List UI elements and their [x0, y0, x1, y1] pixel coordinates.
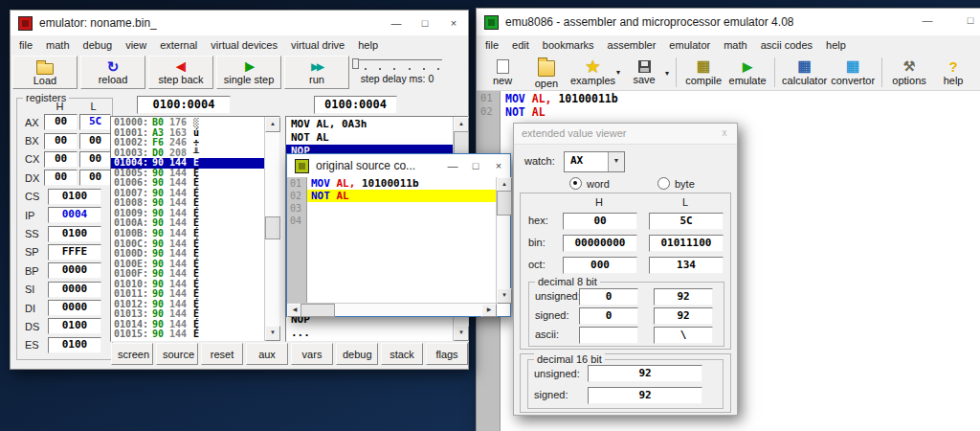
source-button[interactable]: source — [156, 343, 198, 365]
code-line[interactable]: MOV AL, 10100011b — [307, 177, 497, 190]
bin-l-field[interactable]: 01011100 — [649, 235, 724, 252]
register-ss-field[interactable]: 0100 — [48, 226, 101, 242]
register-bx-h-field[interactable]: 00 — [44, 133, 78, 149]
bin-h-field[interactable]: 00000000 — [563, 235, 637, 252]
register-es-field[interactable]: 0100 — [48, 337, 101, 353]
scrollbar-thumb[interactable] — [497, 191, 512, 216]
reload-button[interactable]: ↻reload — [80, 56, 145, 89]
stack-button[interactable]: stack — [381, 343, 423, 365]
menu-item-emulator[interactable]: emulator — [663, 36, 718, 54]
disasm-address-field[interactable]: 0100:0004 — [314, 96, 397, 114]
maximize-icon[interactable]: □ — [411, 11, 439, 35]
debug-button[interactable]: debug — [336, 343, 378, 365]
calculator-button[interactable]: ▦calculator — [782, 59, 827, 86]
scroll-right-icon[interactable]: ▶ — [481, 304, 497, 317]
screen-button[interactable]: screen — [111, 343, 153, 365]
signed8-h-field[interactable]: 0 — [579, 307, 638, 325]
hex-h-field[interactable]: 00 — [563, 213, 637, 230]
horizontal-scrollbar[interactable]: ◀ ▶ — [287, 303, 497, 316]
disassembly-row[interactable]: NOT AL — [286, 131, 454, 145]
register-bp-field[interactable]: 0000 — [48, 262, 101, 279]
code-line[interactable] — [307, 215, 497, 227]
flags-button[interactable]: flags — [426, 343, 468, 365]
radio-word[interactable]: word — [569, 177, 610, 190]
step-back-button[interactable]: ◀|step back — [148, 56, 213, 89]
scroll-down-icon[interactable]: ▼ — [454, 326, 469, 341]
menu-item-debug[interactable]: debug — [78, 36, 121, 54]
step-delay-slider[interactable]: step delay ms: 0 — [347, 56, 447, 87]
register-ax-h-field[interactable]: 00 — [44, 114, 78, 130]
menu-item-virtual-devices[interactable]: virtual devices — [205, 36, 285, 54]
register-ds-field[interactable]: 0100 — [48, 318, 101, 334]
options-button[interactable]: ⚒options — [889, 59, 929, 86]
reset-button[interactable]: reset — [201, 343, 243, 365]
code-line[interactable] — [307, 202, 497, 215]
minimize-icon[interactable]: — — [441, 154, 464, 177]
compile-button[interactable]: ▦compile — [683, 59, 724, 86]
memory-row[interactable]: 01000:B0176░ — [111, 118, 265, 128]
register-cs-field[interactable]: 0100 — [48, 189, 101, 205]
emulate-button[interactable]: ▶emulate — [727, 59, 768, 86]
hex-l-field[interactable]: 5C — [649, 213, 724, 230]
disassembly-row[interactable]: ... — [286, 327, 454, 340]
ascii-l-field[interactable]: \ — [654, 327, 713, 344]
single-step-button[interactable]: |▶single step — [216, 56, 281, 89]
menu-item-view[interactable]: view — [120, 36, 154, 54]
source-code-area[interactable]: MOV AL, 10100011bNOT AL — [307, 177, 497, 304]
scroll-up-icon[interactable]: ▲ — [454, 117, 469, 132]
convertor-button[interactable]: ▦convertor — [831, 59, 875, 86]
vertical-scrollbar[interactable]: ▲ ▼ — [496, 177, 510, 304]
register-cx-h-field[interactable]: 00 — [44, 151, 78, 168]
unsigned8-h-field[interactable]: 0 — [579, 288, 638, 306]
slider-thumb[interactable] — [352, 58, 359, 69]
register-ip-field[interactable]: 0004 — [48, 207, 101, 223]
signed8-l-field[interactable]: 92 — [654, 307, 713, 325]
close-icon[interactable]: × — [487, 154, 510, 177]
scroll-down-icon[interactable]: ▼ — [265, 326, 280, 341]
maximize-icon[interactable]: □ — [464, 154, 487, 177]
memory-listbox[interactable]: 01000:B0176░01001:A3163ú01002:F6246÷0100… — [110, 116, 280, 342]
menu-item-help[interactable]: help — [352, 36, 386, 54]
menu-item-bookmarks[interactable]: bookmarks — [537, 36, 602, 54]
code-line[interactable]: MOV AL, 10100011b — [505, 92, 980, 105]
code-line[interactable]: NOT AL — [307, 190, 497, 202]
register-cx-l-field[interactable]: 00 — [79, 151, 111, 168]
menu-item-help[interactable]: help — [820, 36, 854, 54]
watch-register-dropdown[interactable]: AX ▼ — [564, 151, 625, 172]
menu-item-assembler[interactable]: assembler — [602, 36, 664, 54]
register-si-field[interactable]: 0000 — [48, 282, 101, 298]
register-ax-l-field[interactable]: 5C — [79, 114, 111, 130]
examples-button[interactable]: ★examples▾ — [570, 59, 620, 86]
new-button[interactable]: new — [482, 59, 523, 86]
save-button[interactable]: save▾ — [624, 60, 669, 85]
menu-item-external[interactable]: external — [154, 36, 205, 54]
menu-item-virtual-drive[interactable]: virtual drive — [285, 36, 352, 54]
minimize-icon[interactable]: — — [915, 14, 940, 30]
scroll-down-icon[interactable]: ▼ — [497, 288, 512, 304]
memory-row[interactable]: 0100B:90144É — [111, 229, 265, 239]
register-dx-l-field[interactable]: 00 — [79, 170, 111, 186]
maximize-icon[interactable]: □ — [958, 14, 980, 30]
run-button[interactable]: ▶▶run — [284, 56, 349, 89]
close-icon[interactable]: x — [717, 126, 732, 140]
oct-h-field[interactable]: 000 — [563, 257, 637, 274]
menu-item-file[interactable]: file — [479, 36, 506, 54]
chevron-down-icon[interactable]: ▼ — [608, 152, 624, 171]
memory-row[interactable]: 01015:90144É — [111, 329, 265, 340]
disassembly-row[interactable]: MOV AL, 0A3h — [286, 118, 454, 131]
open-button[interactable]: open — [526, 57, 567, 89]
signed16-field[interactable]: 92 — [588, 387, 702, 404]
chevron-down-icon[interactable]: ▾ — [616, 68, 620, 77]
register-di-field[interactable]: 0000 — [48, 300, 101, 316]
memory-address-field[interactable]: 0100:0004 — [137, 96, 231, 114]
oct-l-field[interactable]: 134 — [649, 257, 724, 274]
menu-item-math[interactable]: math — [718, 36, 754, 54]
register-bx-l-field[interactable]: 00 — [79, 133, 111, 149]
radio-button-icon[interactable] — [657, 177, 670, 190]
menu-item-file[interactable]: file — [13, 36, 40, 54]
source-editor[interactable]: 01020304 MOV AL, 10100011bNOT AL ▲ ▼ ◀ ▶ — [287, 177, 510, 316]
menu-item-math[interactable]: math — [40, 36, 77, 54]
register-sp-field[interactable]: FFFE — [48, 244, 101, 261]
menu-item-edit[interactable]: edit — [506, 36, 537, 54]
vars-button[interactable]: vars — [291, 343, 333, 365]
